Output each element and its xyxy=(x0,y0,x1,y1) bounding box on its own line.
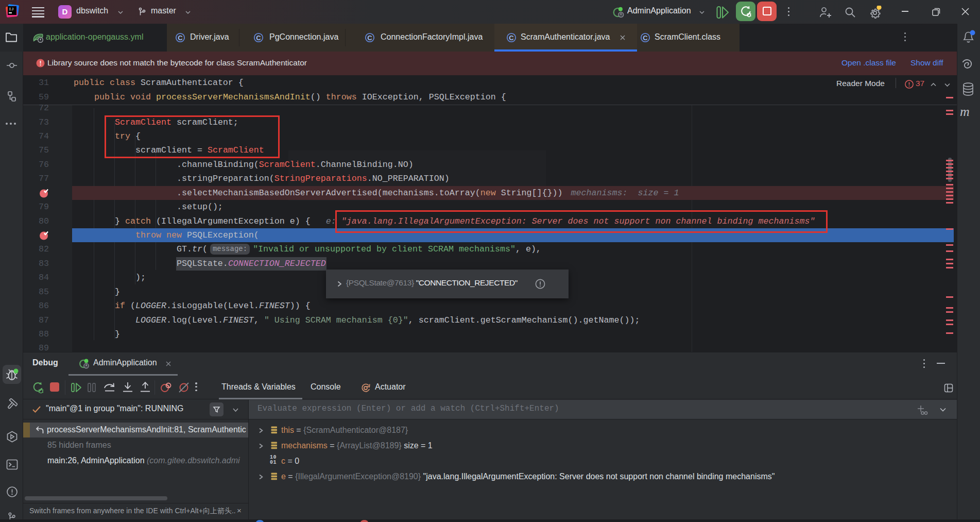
svg-text:C: C xyxy=(256,34,261,42)
svg-text:C: C xyxy=(643,34,648,42)
svg-text:C: C xyxy=(178,34,183,42)
svg-text:C: C xyxy=(509,34,514,42)
svg-text:C: C xyxy=(367,34,372,42)
